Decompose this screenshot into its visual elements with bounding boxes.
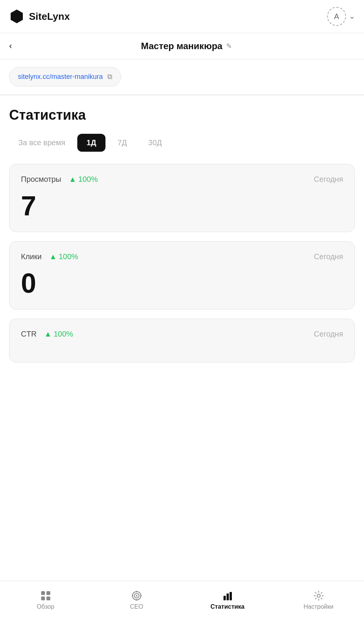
svg-rect-4 xyxy=(46,597,50,600)
stat-change-clicks: ▲ 100% xyxy=(49,252,78,261)
svg-rect-13 xyxy=(227,593,229,600)
page-title-area: Мастер маникюра ✎ xyxy=(18,41,355,51)
stat-card-clicks-header: Клики ▲ 100% Сегодня xyxy=(21,252,343,261)
header-right: A ⌄ xyxy=(327,7,355,26)
site-url[interactable]: sitelynx.cc/master-manikura xyxy=(18,73,103,81)
stat-card-ctr: CTR ▲ 100% Сегодня xyxy=(9,319,355,362)
stat-change-value-views: 100% xyxy=(78,175,98,184)
logo-area: SiteLynx xyxy=(9,9,70,24)
stat-label-ctr: CTR xyxy=(21,330,37,338)
stat-change-value-clicks: 100% xyxy=(59,252,78,261)
svg-rect-14 xyxy=(230,592,232,600)
sub-header: ‹ Мастер маникюра ✎ xyxy=(0,33,364,59)
logo-text: SiteLynx xyxy=(29,11,70,22)
svg-point-15 xyxy=(317,594,320,597)
stat-change-views: ▲ 100% xyxy=(69,175,98,184)
up-arrow-icon-ctr: ▲ xyxy=(44,330,52,338)
nav-item-ceo[interactable]: CEO xyxy=(91,581,182,619)
edit-icon[interactable]: ✎ xyxy=(226,42,232,50)
target-icon xyxy=(131,590,142,601)
svg-rect-3 xyxy=(41,597,45,600)
tab-1d[interactable]: 1Д xyxy=(77,134,105,152)
svg-rect-2 xyxy=(46,591,50,595)
grid-icon xyxy=(40,590,51,601)
stat-card-clicks: Клики ▲ 100% Сегодня 0 xyxy=(9,241,355,310)
nav-item-overview[interactable]: Обзор xyxy=(0,581,91,619)
bar-chart-icon xyxy=(222,590,233,601)
stat-card-ctr-header: CTR ▲ 100% Сегодня xyxy=(21,330,343,338)
header: SiteLynx A ⌄ xyxy=(0,0,364,33)
period-tabs: За все время 1Д 7Д 30Д xyxy=(9,134,355,152)
stats-section: Статистика За все время 1Д 7Д 30Д Просмо… xyxy=(0,96,364,383)
stat-change-value-ctr: 100% xyxy=(54,330,73,338)
tab-30d[interactable]: 30Д xyxy=(139,134,171,152)
stat-label-views: Просмотры xyxy=(21,175,61,184)
logo-icon xyxy=(9,9,24,24)
svg-rect-1 xyxy=(41,591,45,595)
stat-card-views-header: Просмотры ▲ 100% Сегодня xyxy=(21,175,343,184)
nav-item-stats[interactable]: Статистика xyxy=(182,581,273,619)
up-arrow-icon-clicks: ▲ xyxy=(49,252,57,261)
stat-change-ctr: ▲ 100% xyxy=(44,330,73,338)
tab-all-time[interactable]: За все время xyxy=(9,134,74,152)
svg-point-7 xyxy=(136,595,137,597)
chevron-down-icon[interactable]: ⌄ xyxy=(349,12,355,21)
nav-label-settings: Настройки xyxy=(303,603,333,610)
stat-label-clicks: Клики xyxy=(21,252,42,261)
tab-7d[interactable]: 7Д xyxy=(109,134,136,152)
gear-icon xyxy=(313,590,324,601)
stat-period-clicks: Сегодня xyxy=(314,252,343,261)
stats-title: Статистика xyxy=(9,107,355,123)
page-title: Мастер маникюра xyxy=(141,41,222,51)
avatar[interactable]: A xyxy=(327,7,346,26)
svg-rect-12 xyxy=(224,596,226,600)
url-section: sitelynx.cc/master-manikura ⧉ xyxy=(0,59,364,96)
back-button[interactable]: ‹ xyxy=(9,41,12,51)
up-arrow-icon: ▲ xyxy=(69,175,77,184)
svg-marker-0 xyxy=(11,10,23,23)
url-bar: sitelynx.cc/master-manikura ⧉ xyxy=(9,67,121,87)
stat-card-views: Просмотры ▲ 100% Сегодня 7 xyxy=(9,164,355,232)
bottom-nav: Обзор CEO Статистика Настройки xyxy=(0,581,364,619)
nav-label-ceo: CEO xyxy=(130,603,143,610)
stat-period-ctr: Сегодня xyxy=(314,330,343,338)
stat-value-views: 7 xyxy=(21,192,343,220)
nav-label-overview: Обзор xyxy=(37,603,54,610)
stat-value-clicks: 0 xyxy=(21,269,343,297)
stat-period-views: Сегодня xyxy=(314,175,343,184)
copy-icon[interactable]: ⧉ xyxy=(107,73,112,81)
nav-label-stats: Статистика xyxy=(211,603,244,610)
nav-item-settings[interactable]: Настройки xyxy=(273,581,364,619)
